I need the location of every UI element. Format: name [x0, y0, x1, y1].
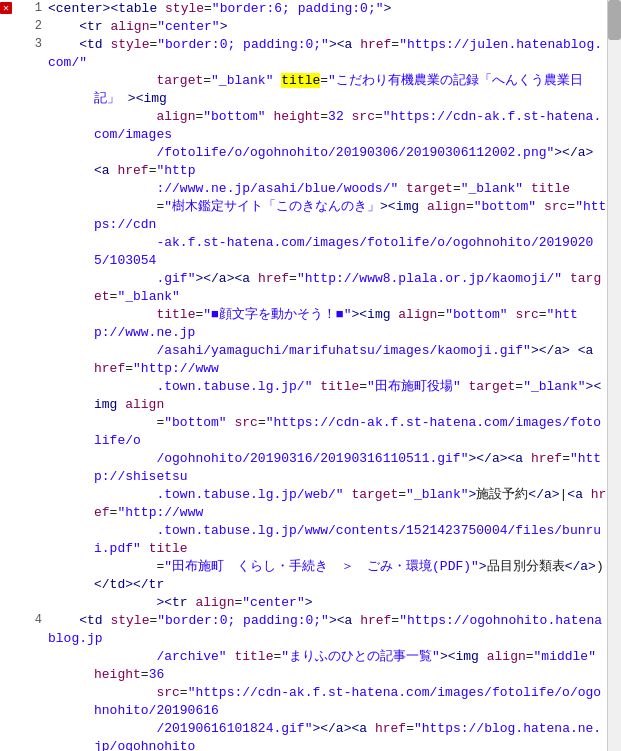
continuation-gutter — [0, 486, 42, 501]
continuation-content: /20190616101824.gif"></a><a href="https:… — [42, 720, 607, 751]
continuation-gutter — [0, 234, 42, 249]
line-gutter: 3 — [0, 36, 42, 51]
line-row: /ogohnohito/20190316/20190316110511.gif"… — [0, 450, 607, 486]
continuation-gutter — [0, 414, 42, 429]
line-row: /fotolife/o/ogohnohito/20190306/20190306… — [0, 144, 607, 180]
line-row: title="■顔文字を動かそう！■"><img align="bottom" … — [0, 306, 607, 342]
line-icon-cell — [0, 18, 16, 33]
continuation-gutter — [0, 144, 42, 159]
line-number: 3 — [16, 36, 42, 51]
continuation-gutter — [0, 522, 42, 537]
line-row: .town.tabuse.lg.jp/www/contents/15214237… — [0, 522, 607, 558]
continuation-content: ="樹木鑑定サイト「このきなんのき」><img align="bottom" s… — [42, 198, 607, 234]
continuation-gutter — [0, 306, 42, 321]
continuation-content: .town.tabuse.lg.jp/web/" target="_blank"… — [42, 486, 607, 522]
continuation-content: /fotolife/o/ogohnohito/20190306/20190306… — [42, 144, 607, 180]
continuation-content: src="https://cdn-ak.f.st-hatena.com/imag… — [42, 684, 607, 720]
continuation-content: ="bottom" src="https://cdn-ak.f.st-haten… — [42, 414, 607, 450]
line-icon-cell — [0, 36, 16, 51]
line-content: <tr align="center"> — [42, 18, 607, 36]
continuation-gutter — [0, 594, 42, 609]
line-row: .town.tabuse.lg.jp/web/" target="_blank"… — [0, 486, 607, 522]
line-row: ✕1<center><table style="border:6; paddin… — [0, 0, 607, 18]
continuation-content: .gif"></a><a href="http://www8.plala.or.… — [42, 270, 607, 306]
continuation-content: /ogohnohito/20190316/20190316110511.gif"… — [42, 450, 607, 486]
continuation-content: /archive" title="まりふのひとの記事一覧"><img align… — [42, 648, 607, 684]
scrollbar-thumb[interactable] — [608, 0, 621, 40]
continuation-content: -ak.f.st-hatena.com/images/fotolife/o/og… — [42, 234, 607, 270]
line-row: /archive" title="まりふのひとの記事一覧"><img align… — [0, 648, 607, 684]
continuation-gutter — [0, 378, 42, 393]
continuation-content: ="田布施町 くらし・手続き ＞ ごみ・環境(PDF)">品目別分類表</a>)… — [42, 558, 607, 594]
line-row: align="bottom" height=32 src="https://cd… — [0, 108, 607, 144]
continuation-content: /asahi/yamaguchi/marifuhatsu/images/kaom… — [42, 342, 607, 378]
continuation-gutter — [0, 270, 42, 285]
continuation-gutter — [0, 648, 42, 663]
continuation-content: ><tr align="center"> — [42, 594, 607, 612]
continuation-gutter — [0, 108, 42, 123]
line-row: 2 <tr align="center"> — [0, 18, 607, 36]
continuation-gutter — [0, 198, 42, 213]
continuation-content: .town.tabuse.lg.jp/" title="田布施町役場" targ… — [42, 378, 607, 414]
editor-container: ✕1<center><table style="border:6; paddin… — [0, 0, 621, 751]
line-row: -ak.f.st-hatena.com/images/fotolife/o/og… — [0, 234, 607, 270]
line-icon-cell — [0, 612, 16, 627]
line-row: target="_blank" title="こだわり有機農業の記録「へんくう農… — [0, 72, 607, 108]
line-row: ="樹木鑑定サイト「このきなんのき」><img align="bottom" s… — [0, 198, 607, 234]
continuation-gutter — [0, 180, 42, 195]
line-gutter: ✕1 — [0, 0, 42, 15]
line-number: 2 — [16, 18, 42, 33]
line-row: /asahi/yamaguchi/marifuhatsu/images/kaom… — [0, 342, 607, 378]
line-icon-cell: ✕ — [0, 0, 16, 15]
line-row: /20190616101824.gif"></a><a href="https:… — [0, 720, 607, 751]
line-row: ://www.ne.jp/asahi/blue/woods/" target="… — [0, 180, 607, 198]
line-row: ="bottom" src="https://cdn-ak.f.st-haten… — [0, 414, 607, 450]
line-row: 3 <td style="border:0; padding:0;"><a hr… — [0, 36, 607, 72]
line-number: 4 — [16, 612, 42, 627]
line-content: <center><table style="border:6; padding:… — [42, 0, 607, 18]
continuation-gutter — [0, 720, 42, 735]
line-content: <td style="border:0; padding:0;"><a href… — [42, 612, 607, 648]
scrollbar[interactable] — [607, 0, 621, 751]
continuation-content: align="bottom" height=32 src="https://cd… — [42, 108, 607, 144]
continuation-gutter — [0, 684, 42, 699]
code-area: ✕1<center><table style="border:6; paddin… — [0, 0, 621, 751]
line-row: .gif"></a><a href="http://www8.plala.or.… — [0, 270, 607, 306]
continuation-gutter — [0, 72, 42, 87]
line-content: <td style="border:0; padding:0;"><a href… — [42, 36, 607, 72]
continuation-content: title="■顔文字を動かそう！■"><img align="bottom" … — [42, 306, 607, 342]
continuation-content: ://www.ne.jp/asahi/blue/woods/" target="… — [42, 180, 607, 198]
continuation-gutter — [0, 558, 42, 573]
continuation-content: .town.tabuse.lg.jp/www/contents/15214237… — [42, 522, 607, 558]
line-gutter: 2 — [0, 18, 42, 33]
continuation-content: target="_blank" title="こだわり有機農業の記録「へんくう農… — [42, 72, 607, 108]
line-number: 1 — [16, 0, 42, 15]
line-gutter: 4 — [0, 612, 42, 627]
continuation-gutter — [0, 342, 42, 357]
line-row: 4 <td style="border:0; padding:0;"><a hr… — [0, 612, 607, 648]
line-row: .town.tabuse.lg.jp/" title="田布施町役場" targ… — [0, 378, 607, 414]
continuation-gutter — [0, 450, 42, 465]
line-row: ><tr align="center"> — [0, 594, 607, 612]
line-row: ="田布施町 くらし・手続き ＞ ごみ・環境(PDF)">品目別分類表</a>)… — [0, 558, 607, 594]
error-icon: ✕ — [0, 2, 12, 14]
line-row: src="https://cdn-ak.f.st-hatena.com/imag… — [0, 684, 607, 720]
